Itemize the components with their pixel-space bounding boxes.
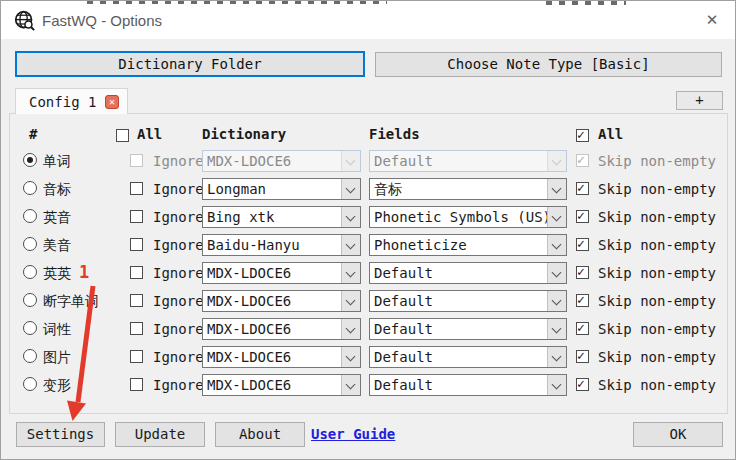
row-radio[interactable] bbox=[23, 349, 37, 363]
header-skip-all[interactable]: All bbox=[598, 126, 623, 146]
table-row: 英音IgnoreBing xtkPhonetic Symbols (US)Ski… bbox=[1, 206, 736, 228]
dictionary-select-value: MDX-LDOCE6 bbox=[207, 265, 291, 281]
fields-select[interactable]: Phonetic Symbols (US) bbox=[369, 206, 567, 228]
skip-non-empty-label[interactable]: Skip non-empty bbox=[598, 374, 716, 396]
dictionary-select-value: MDX-LDOCE6 bbox=[207, 293, 291, 309]
fields-select-value: Phonetic Symbols (US) bbox=[374, 209, 551, 225]
fields-select: Default bbox=[369, 150, 567, 172]
header-fields: Fields bbox=[369, 126, 420, 146]
dictionary-select[interactable]: Longman bbox=[202, 178, 361, 200]
row-radio[interactable] bbox=[23, 181, 37, 195]
header-number: # bbox=[29, 126, 37, 146]
add-config-button[interactable]: + bbox=[676, 91, 723, 110]
skip-non-empty-label[interactable]: Skip non-empty bbox=[598, 206, 716, 228]
fields-select[interactable]: Phoneticize bbox=[369, 234, 567, 256]
table-row: 断字单词IgnoreMDX-LDOCE6DefaultSkip non-empt… bbox=[1, 290, 736, 312]
row-label[interactable]: 英英 bbox=[43, 262, 71, 284]
ignore-label[interactable]: Ignore bbox=[153, 374, 204, 396]
skip-non-empty-checkbox[interactable] bbox=[576, 182, 589, 195]
ignore-checkbox[interactable] bbox=[130, 322, 143, 335]
row-radio[interactable] bbox=[23, 293, 37, 307]
row-label[interactable]: 美音 bbox=[43, 234, 71, 256]
user-guide-link[interactable]: User Guide bbox=[311, 426, 395, 442]
tab-config-1[interactable]: Config 1 ✕ bbox=[15, 88, 128, 114]
row-radio[interactable] bbox=[23, 237, 37, 251]
ignore-label[interactable]: Ignore bbox=[153, 346, 204, 368]
row-radio[interactable] bbox=[23, 377, 37, 391]
row-radio[interactable] bbox=[23, 209, 37, 223]
row-radio[interactable] bbox=[23, 321, 37, 335]
dictionary-select[interactable]: MDX-LDOCE6 bbox=[202, 290, 361, 312]
fields-select[interactable]: 音标 bbox=[369, 178, 567, 200]
ignore-checkbox[interactable] bbox=[130, 182, 143, 195]
ignore-checkbox[interactable] bbox=[130, 294, 143, 307]
skip-non-empty-label[interactable]: Skip non-empty bbox=[598, 178, 716, 200]
close-window-button[interactable]: ✕ bbox=[695, 1, 729, 39]
skip-non-empty-label[interactable]: Skip non-empty bbox=[598, 234, 716, 256]
ignore-label[interactable]: Ignore bbox=[153, 262, 204, 284]
ok-button[interactable]: OK bbox=[633, 422, 723, 447]
skip-non-empty-checkbox[interactable] bbox=[576, 378, 589, 391]
dictionary-select[interactable]: MDX-LDOCE6 bbox=[202, 262, 361, 284]
dictionary-select[interactable]: MDX-LDOCE6 bbox=[202, 346, 361, 368]
fields-select[interactable]: Default bbox=[369, 318, 567, 340]
skip-non-empty-checkbox[interactable] bbox=[576, 294, 589, 307]
ignore-label[interactable]: Ignore bbox=[153, 318, 204, 340]
skip-non-empty-checkbox[interactable] bbox=[576, 322, 589, 335]
row-label[interactable]: 图片 bbox=[43, 346, 71, 368]
header-ignore-all[interactable]: All bbox=[137, 126, 162, 146]
skip-non-empty-checkbox[interactable] bbox=[576, 238, 589, 251]
dictionary-folder-button[interactable]: Dictionary Folder bbox=[15, 51, 365, 77]
screen-edge-artifact bbox=[546, 1, 626, 5]
fields-select-value: Default bbox=[374, 349, 433, 365]
skip-all-checkbox[interactable] bbox=[576, 129, 589, 142]
skip-non-empty-label[interactable]: Skip non-empty bbox=[598, 262, 716, 284]
ignore-label[interactable]: Ignore bbox=[153, 206, 204, 228]
fastwq-options-dialog: FastWQ - Options ✕ Dictionary Folder Cho… bbox=[0, 0, 736, 460]
ignore-checkbox[interactable] bbox=[130, 238, 143, 251]
dictionary-select[interactable]: Baidu-Hanyu bbox=[202, 234, 361, 256]
skip-non-empty-label[interactable]: Skip non-empty bbox=[598, 318, 716, 340]
ignore-label[interactable]: Ignore bbox=[153, 234, 204, 256]
skip-non-empty-checkbox[interactable] bbox=[576, 266, 589, 279]
row-radio[interactable] bbox=[23, 265, 37, 279]
row-label[interactable]: 单词 bbox=[43, 150, 71, 172]
ignore-checkbox[interactable] bbox=[130, 350, 143, 363]
window-title: FastWQ - Options bbox=[42, 1, 162, 39]
dictionary-select[interactable]: MDX-LDOCE6 bbox=[202, 318, 361, 340]
ignore-label[interactable]: Ignore bbox=[153, 178, 204, 200]
update-button[interactable]: Update bbox=[115, 422, 205, 447]
row-label[interactable]: 断字单词 bbox=[43, 290, 99, 312]
ignore-checkbox[interactable] bbox=[130, 266, 143, 279]
tab-label: Config 1 bbox=[29, 89, 96, 114]
row-label[interactable]: 变形 bbox=[43, 374, 71, 396]
dictionary-select: MDX-LDOCE6 bbox=[202, 150, 361, 172]
about-button[interactable]: About bbox=[215, 422, 305, 447]
skip-non-empty-label[interactable]: Skip non-empty bbox=[598, 346, 716, 368]
dictionary-select-value: MDX-LDOCE6 bbox=[207, 349, 291, 365]
ignore-checkbox[interactable] bbox=[130, 210, 143, 223]
skip-non-empty-checkbox[interactable] bbox=[576, 350, 589, 363]
row-label[interactable]: 词性 bbox=[43, 318, 71, 340]
skip-non-empty-label: Skip non-empty bbox=[598, 150, 716, 172]
header-dictionary: Dictionary bbox=[202, 126, 286, 146]
fields-select[interactable]: Default bbox=[369, 374, 567, 396]
ignore-label[interactable]: Ignore bbox=[153, 290, 204, 312]
fields-select[interactable]: Default bbox=[369, 346, 567, 368]
screen-edge-artifact bbox=[87, 1, 387, 4]
fields-select[interactable]: Default bbox=[369, 290, 567, 312]
titlebar: FastWQ - Options ✕ bbox=[1, 1, 735, 39]
settings-button[interactable]: Settings bbox=[16, 422, 105, 447]
tab-close-icon[interactable]: ✕ bbox=[105, 95, 119, 109]
ignore-checkbox[interactable] bbox=[130, 378, 143, 391]
fields-select[interactable]: Default bbox=[369, 262, 567, 284]
dictionary-select[interactable]: Bing xtk bbox=[202, 206, 361, 228]
row-radio[interactable] bbox=[23, 153, 37, 167]
skip-non-empty-label[interactable]: Skip non-empty bbox=[598, 290, 716, 312]
row-label[interactable]: 音标 bbox=[43, 178, 71, 200]
row-label[interactable]: 英音 bbox=[43, 206, 71, 228]
dictionary-select[interactable]: MDX-LDOCE6 bbox=[202, 374, 361, 396]
skip-non-empty-checkbox[interactable] bbox=[576, 210, 589, 223]
ignore-all-checkbox[interactable] bbox=[116, 129, 129, 142]
choose-note-type-button[interactable]: Choose Note Type [Basic] bbox=[375, 52, 722, 77]
